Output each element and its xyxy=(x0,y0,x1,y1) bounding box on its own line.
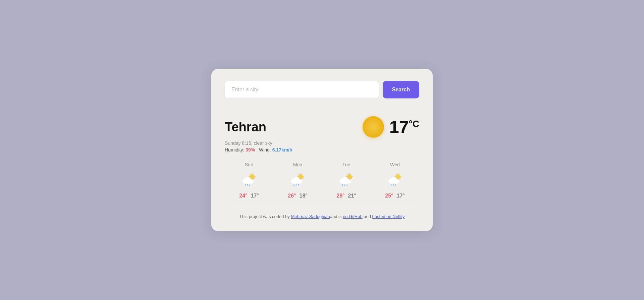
svg-line-13 xyxy=(249,184,250,186)
svg-point-10 xyxy=(245,177,251,182)
search-input[interactable] xyxy=(225,81,379,98)
svg-line-25 xyxy=(293,184,294,186)
svg-line-40 xyxy=(344,184,345,186)
forecast-high-2: 28° xyxy=(336,193,344,199)
github-link[interactable]: on GitHub xyxy=(343,214,363,219)
forecast-temps-3: 25° 17° xyxy=(385,193,405,199)
forecast-mon: Mon xyxy=(273,162,322,199)
svg-point-24 xyxy=(294,177,299,182)
top-divider xyxy=(225,108,419,108)
svg-line-6 xyxy=(254,178,254,179)
weather-details: Sunday 8:15, clear sky Humidity: 39% , W… xyxy=(225,140,419,153)
author-link[interactable]: Mehrnaz Sadeghian xyxy=(291,214,330,219)
forecast-day-label-3: Wed xyxy=(390,162,400,167)
forecast-icon-0 xyxy=(237,170,261,190)
forecast-icon-1 xyxy=(286,170,310,190)
svg-line-54 xyxy=(393,184,393,186)
forecast-low-3: 17° xyxy=(397,193,405,199)
forecast-temps-2: 28° 21° xyxy=(336,193,356,199)
svg-line-48 xyxy=(399,178,400,179)
forecast-high-1: 26° xyxy=(288,193,296,199)
footer-post: and xyxy=(363,214,372,219)
forecast-tue: Tue xyxy=(322,162,371,199)
svg-line-47 xyxy=(395,174,396,175)
svg-point-38 xyxy=(342,177,348,182)
svg-line-20 xyxy=(302,178,303,179)
city-name: Tehran xyxy=(225,120,266,134)
svg-line-5 xyxy=(250,174,250,175)
forecast-grid: Sun xyxy=(225,162,419,199)
forecast-icon-2 xyxy=(335,170,358,190)
current-weather: Tehran 17°C xyxy=(225,116,419,138)
forecast-icon-3 xyxy=(383,170,407,190)
svg-line-27 xyxy=(298,184,298,186)
svg-line-19 xyxy=(298,174,299,175)
svg-line-34 xyxy=(351,178,352,179)
svg-line-53 xyxy=(391,184,391,186)
temp-icon-row: 17°C xyxy=(363,116,419,138)
footer-prefix: This project was coded by xyxy=(239,214,291,219)
forecast-temps-1: 26° 18° xyxy=(288,193,307,199)
footer-mid: and is xyxy=(330,214,343,219)
search-row: Search xyxy=(225,81,419,98)
svg-line-41 xyxy=(346,184,347,186)
weather-description: Sunday 8:15, clear sky xyxy=(225,140,419,146)
weather-card: Search Tehran 17°C Sunday 8:15, clear sk… xyxy=(211,69,433,231)
svg-line-26 xyxy=(296,184,296,186)
netlify-link[interactable]: hosted on Netlify xyxy=(372,214,405,219)
forecast-low-2: 21° xyxy=(348,193,356,199)
forecast-low-1: 18° xyxy=(300,193,308,199)
current-temperature: 17°C xyxy=(389,118,419,136)
sun-icon xyxy=(363,116,384,138)
bottom-divider xyxy=(225,207,419,207)
forecast-low-0: 17° xyxy=(251,193,259,199)
weather-stats: Humidity: 39% , Wind: 6.17km/h xyxy=(225,147,419,153)
forecast-temps-0: 24° 17° xyxy=(239,193,259,199)
forecast-wed: Wed xyxy=(371,162,419,199)
forecast-high-3: 25° xyxy=(385,193,393,199)
search-button[interactable]: Search xyxy=(383,81,419,98)
forecast-high-0: 24° xyxy=(239,193,247,199)
svg-line-39 xyxy=(342,184,342,186)
forecast-day-label-1: Mon xyxy=(293,162,302,167)
svg-line-12 xyxy=(247,184,248,186)
svg-line-55 xyxy=(395,184,395,186)
humidity-value: 39% xyxy=(246,147,255,153)
svg-point-52 xyxy=(391,177,396,182)
forecast-sun: Sun xyxy=(225,162,273,199)
svg-line-33 xyxy=(347,174,347,175)
forecast-day-label-2: Tue xyxy=(342,162,351,167)
wind-value: 6.17km/h xyxy=(272,147,292,153)
forecast-day-label-0: Sun xyxy=(245,162,253,167)
svg-line-11 xyxy=(245,184,245,186)
footer: This project was coded by Mehrnaz Sadegh… xyxy=(225,214,419,219)
